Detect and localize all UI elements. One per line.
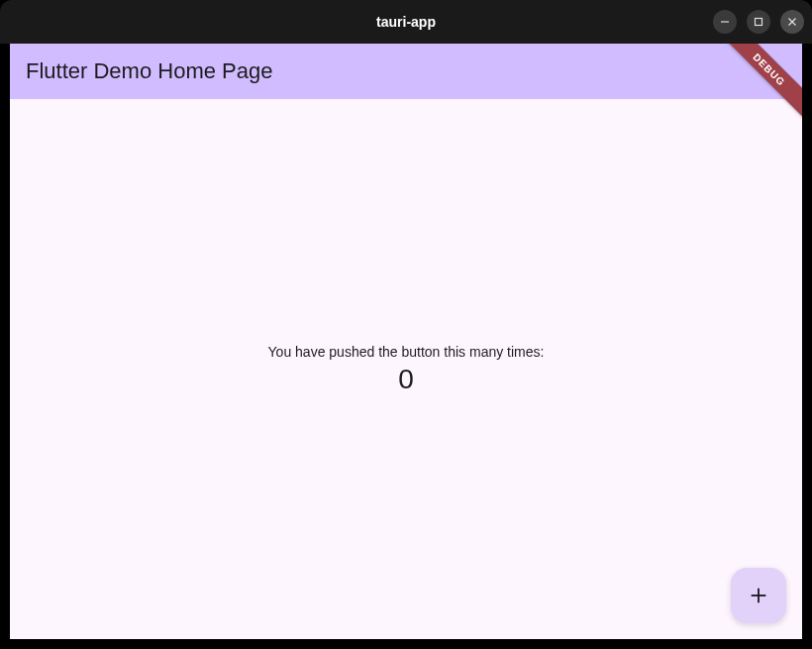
body-area: You have pushed the button this many tim… — [10, 99, 802, 639]
window-title: tauri-app — [376, 14, 436, 30]
plus-icon — [748, 585, 769, 606]
app-content: Flutter Demo Home Page You have pushed t… — [10, 44, 802, 639]
maximize-button[interactable] — [747, 10, 770, 34]
counter-prompt-text: You have pushed the button this many tim… — [268, 344, 545, 360]
svg-rect-1 — [756, 19, 762, 26]
window-controls — [713, 10, 804, 34]
maximize-icon — [754, 17, 763, 27]
increment-button[interactable] — [731, 568, 786, 623]
window-titlebar[interactable]: tauri-app — [0, 0, 812, 44]
application-window: tauri-app Flutter Demo Home Pag — [0, 0, 812, 649]
counter-value: 0 — [398, 364, 414, 395]
minimize-icon — [720, 17, 730, 27]
appbar: Flutter Demo Home Page — [10, 44, 802, 99]
close-button[interactable] — [780, 10, 804, 34]
close-icon — [787, 17, 797, 27]
minimize-button[interactable] — [713, 10, 737, 34]
page-title: Flutter Demo Home Page — [26, 58, 272, 84]
